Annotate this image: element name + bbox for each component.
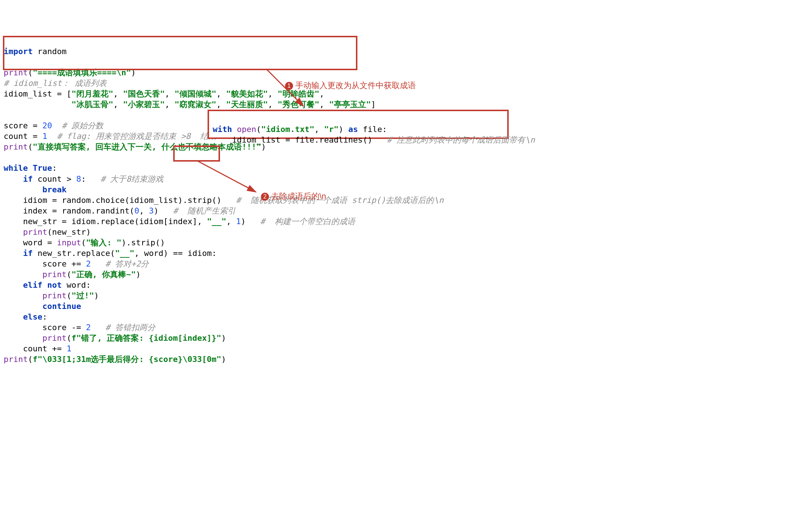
mod-random: random xyxy=(33,47,67,56)
callout-1-text: 手动输入更改为从文件中获取成语 xyxy=(295,81,416,90)
assign-idiom-list: idiom_list = [ xyxy=(4,89,71,98)
callout-1: 1手动输入更改为从文件中获取成语 xyxy=(285,80,416,91)
callout-2: 2去除成语后的\n xyxy=(261,191,326,201)
code-block: import random print("====成语填填乐====\n") #… xyxy=(4,46,808,365)
str-title: "====成语填填乐====\n" xyxy=(33,68,131,77)
callout-2-text: 去除成语后的\n xyxy=(271,192,326,201)
kw-import: import xyxy=(4,47,33,56)
badge-1-icon: 1 xyxy=(285,82,293,90)
fn-print: print xyxy=(4,68,28,77)
assign-count: count = xyxy=(4,132,42,141)
cmt-idiom-list: # idiom_list： 成语列表 xyxy=(4,79,107,88)
assign-score: score = xyxy=(4,121,42,130)
badge-2-icon: 2 xyxy=(261,193,269,201)
